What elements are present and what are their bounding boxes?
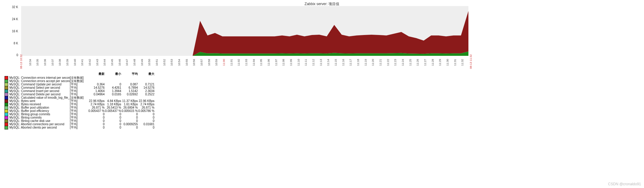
legend-avg: 6.7894 xyxy=(121,86,138,89)
legend-min: 0 xyxy=(105,113,121,116)
ytick: 24 K xyxy=(0,18,18,21)
ytick: 0 xyxy=(0,53,18,57)
xaxis: 10:3410:3510:3610:3710:3810:3910:4010:41… xyxy=(21,57,468,69)
legend-type: [平均] xyxy=(70,83,88,86)
legend-avg: 0 xyxy=(121,119,138,123)
legend-row: MySQL: Aborted connections per second[平均… xyxy=(5,123,154,126)
legend-avg: 0 xyxy=(121,116,138,119)
legend-latest: 14.5276 xyxy=(88,86,105,89)
legend-min xyxy=(105,76,121,79)
legend-avg xyxy=(121,76,138,79)
legend-avg: 0.087 xyxy=(121,83,138,86)
legend-type: [平均] xyxy=(70,119,88,123)
legend-max: 0.2522 xyxy=(138,93,154,96)
legend-table: 最新 最小 平均 最大 MySQL: Connection errors int… xyxy=(5,72,154,129)
legend-max: 2.74 KBps xyxy=(138,103,154,106)
legend-name: MySQL: Command Insert per second xyxy=(9,89,70,93)
legend-type: [平均] xyxy=(70,89,88,93)
legend-max: 14.5276 xyxy=(138,86,154,89)
legend-min: 0 xyxy=(105,116,121,119)
legend-row: MySQL: Calculated value of innodb_log_fi… xyxy=(5,96,154,99)
legend-row: MySQL: Aborted clients per second[平均]000… xyxy=(5,126,154,129)
series-area xyxy=(21,11,468,56)
legend-min xyxy=(105,96,121,99)
legend-row: MySQL: Command Insert per second[平均]1.40… xyxy=(5,89,154,93)
legend-max xyxy=(138,76,154,79)
legend-max xyxy=(138,96,154,99)
legend-type: [没有数据] xyxy=(70,96,88,99)
legend-row: MySQL: Binlog cache disk use[平均]0000 xyxy=(5,119,154,123)
legend-name: MySQL: Command Update per second xyxy=(9,83,70,86)
legend-row: MySQL: Binlog group commits[平均]0000 xyxy=(5,113,154,116)
ytick: 8 K xyxy=(0,42,18,45)
legend-min: 0.0165 xyxy=(105,93,121,96)
legend-row: MySQL: Binlog commits[平均]0000 xyxy=(5,116,154,119)
legend-type: [平均] xyxy=(70,126,88,129)
legend-min: 1.18 KBps xyxy=(105,103,121,106)
legend-type: [平均] xyxy=(70,123,88,126)
legend-latest xyxy=(88,96,105,99)
legend-row: MySQL: Command Select per second[平均]14.5… xyxy=(5,86,154,89)
legend-type: [平均] xyxy=(70,93,88,96)
legend-max: 0 xyxy=(138,116,154,119)
legend-latest: 0 xyxy=(88,123,105,126)
legend-type: [平均] xyxy=(70,106,88,109)
legend-type: [没有数据] xyxy=(70,79,88,83)
chart-plot-area xyxy=(21,6,468,56)
legend-name: MySQL: Aborted clients per second xyxy=(9,126,70,129)
legend-max: 0.7121 xyxy=(138,83,154,86)
legend-avg: 0.0009255 xyxy=(121,123,138,126)
legend-type: [平均] xyxy=(70,99,88,103)
legend-min: 0 xyxy=(105,119,121,123)
legend-min: 1.3944 xyxy=(105,89,121,93)
legend-name: MySQL: Bytes sent xyxy=(9,99,70,103)
legend-type: [平均] xyxy=(70,103,88,106)
legend-row: MySQL: Command Delete per second[平均]0.04… xyxy=(5,93,154,96)
legend-row: MySQL: Buffer pool efficiency[平均]0.00543… xyxy=(5,109,154,113)
legend-min: 26.5413 % xyxy=(105,106,121,109)
legend-min: 0.005437 % xyxy=(105,109,121,113)
legend-latest: 0.005437 % xyxy=(88,109,105,113)
legend-latest xyxy=(88,76,105,79)
legend-name: MySQL: Calculated value of innodb_log_fi… xyxy=(9,96,70,99)
legend-latest: 0 xyxy=(88,116,105,119)
legend-max: 0.005786 % xyxy=(138,109,154,113)
xrange-start: 08-13 10:32 xyxy=(20,54,23,69)
legend-latest: 22.96 KBps xyxy=(88,99,105,103)
legend-avg: 0 xyxy=(121,126,138,129)
legend-avg: 0 xyxy=(121,113,138,116)
legend-row: MySQL: Bytes sent[平均]22.96 KBps4.84 KBps… xyxy=(5,99,154,103)
legend-name: MySQL: Connection errors accept per seco… xyxy=(9,79,70,83)
legend-row: MySQL: Connection errors internal per se… xyxy=(5,76,154,79)
ytick: 16 K xyxy=(0,30,18,33)
ytick: 32 K xyxy=(0,5,18,9)
legend-name: MySQL: Buffer pool utilization xyxy=(9,106,70,109)
legend-row: MySQL: Command Update per second[平均]0.36… xyxy=(5,83,154,86)
legend-min xyxy=(105,79,121,83)
legend-max: 0 xyxy=(138,113,154,116)
legend-latest: 0.04964 xyxy=(88,93,105,96)
legend-avg: 0.005615 % xyxy=(121,109,138,113)
legend-avg: 1.61 KBps xyxy=(121,103,138,106)
legend-min: 0 xyxy=(105,83,121,86)
legend-latest: 0 xyxy=(88,119,105,123)
legend-max: 22.96 KBps xyxy=(138,99,154,103)
legend-min: 0 xyxy=(105,126,121,129)
legend-name: MySQL: Command Delete per second xyxy=(9,93,70,96)
legend-max: 2.3034 xyxy=(138,89,154,93)
legend-name: MySQL: Buffer pool efficiency xyxy=(9,109,70,113)
legend-type: [平均] xyxy=(70,109,88,113)
legend-type: [没有数据] xyxy=(70,76,88,79)
legend-avg: 26.6804 % xyxy=(121,106,138,109)
watermark: CSDN @cronaldo91 xyxy=(608,182,641,186)
legend-name: MySQL: Command Select per second xyxy=(9,86,70,89)
legend-max: 0 xyxy=(138,119,154,123)
legend-min: 4.84 KBps xyxy=(105,99,121,103)
legend-avg: 1.5142 xyxy=(121,89,138,93)
area-chart-svg xyxy=(21,6,468,56)
legend-avg xyxy=(121,79,138,83)
legend-type: [平均] xyxy=(70,116,88,119)
legend-name: MySQL: Aborted connections per second xyxy=(9,123,70,126)
legend-row: MySQL: Buffer pool utilization[平均]26.871… xyxy=(5,106,154,109)
legend-name: MySQL: Binlog cache disk use xyxy=(9,119,70,123)
